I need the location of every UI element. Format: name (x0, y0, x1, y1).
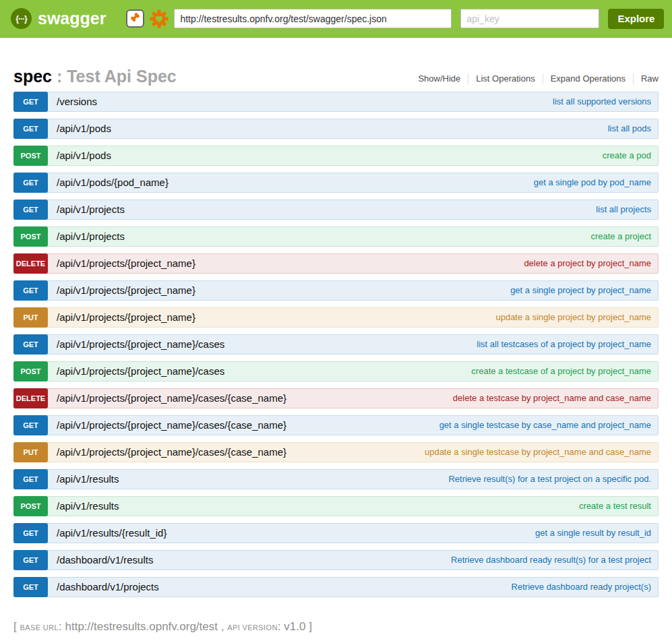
endpoint-summary[interactable]: delete a testcase by project_name and ca… (453, 393, 658, 403)
menu-item-show-hide[interactable]: Show/Hide (410, 73, 468, 84)
gear-heart-icon (149, 9, 169, 29)
endpoint-path[interactable]: /api/v1/projects/{project_name} (57, 284, 195, 296)
header-bar: {···} swagger (0, 0, 672, 38)
swagger-logo-icon: {···} (11, 8, 32, 29)
menu-item-expand-operations[interactable]: Expand Operations (543, 73, 634, 84)
endpoint-summary[interactable]: update a single testcase by project_name… (425, 447, 658, 457)
endpoint-summary[interactable]: get a single result by result_id (535, 528, 658, 538)
spec-url-input[interactable] (174, 9, 452, 28)
footer-base-url-value: http://testresults.opnfv.org/test (65, 620, 218, 633)
method-badge: PUT (13, 442, 48, 462)
footer-colon2: : (278, 620, 284, 633)
endpoint-summary[interactable]: update a single project by project_name (495, 312, 658, 322)
method-badge: GET (13, 200, 48, 220)
endpoint-path[interactable]: /api/v1/projects/{project_name} (57, 257, 195, 269)
swagger-logo[interactable]: {···} swagger (11, 8, 106, 29)
endpoint-path[interactable]: /api/v1/results/{result_id} (57, 527, 166, 539)
api-key-input[interactable] (460, 9, 599, 28)
method-badge: POST (13, 361, 48, 381)
endpoint-path[interactable]: /api/v1/projects/{project_name}/cases/{c… (57, 446, 286, 458)
endpoint-path[interactable]: /api/v1/projects/{project_name} (57, 311, 195, 323)
endpoint-path[interactable]: /dashboard/v1/results (57, 554, 153, 566)
method-badge: GET (13, 469, 48, 489)
page-title: spec : Test Api Spec (13, 67, 177, 86)
endpoint-row[interactable]: GET /dashboard/v1/projects Retrieve dash… (13, 577, 659, 597)
endpoint-row[interactable]: POST /api/v1/projects create a project (13, 226, 659, 247)
endpoint-row[interactable]: GET /api/v1/results/{result_id} get a si… (13, 523, 659, 543)
page-head: spec : Test Api Spec Show/HideList Opera… (13, 67, 659, 86)
base-url-footer: [ base url: http://testresults.opnfv.org… (0, 620, 672, 634)
endpoint-row[interactable]: POST /api/v1/projects/{project_name}/cas… (13, 361, 659, 381)
endpoint-path[interactable]: /api/v1/pods (57, 123, 111, 134)
method-badge: POST (13, 496, 48, 516)
bone-icon (129, 11, 142, 26)
method-badge: PUT (13, 307, 48, 328)
method-badge: GET (13, 523, 48, 543)
endpoint-summary[interactable]: get a single testcase by case_name and p… (439, 420, 658, 430)
footer-api-version-label: api version (227, 623, 278, 632)
endpoint-path[interactable]: /dashboard/v1/projects (57, 581, 159, 592)
endpoint-summary[interactable]: create a pod (603, 150, 658, 160)
method-badge: GET (13, 173, 48, 193)
method-badge: GET (13, 334, 48, 355)
endpoint-row[interactable]: POST /api/v1/pods create a pod (13, 146, 659, 166)
endpoint-summary[interactable]: get a single pod by pod_name (534, 177, 658, 187)
brand-name: swagger (38, 9, 106, 28)
endpoint-path[interactable]: /api/v1/projects/{project_name}/cases/{c… (57, 392, 286, 404)
endpoint-summary[interactable]: list all projects (596, 204, 658, 214)
endpoint-row[interactable]: PUT /api/v1/projects/{project_name}/case… (13, 442, 659, 462)
menu-item-list-operations[interactable]: List Operations (468, 73, 543, 84)
endpoint-summary[interactable]: create a testcase of a project by projec… (471, 366, 658, 376)
endpoint-row[interactable]: DELETE /api/v1/projects/{project_name} d… (13, 253, 659, 274)
endpoint-path[interactable]: /api/v1/pods/{pod_name} (57, 177, 169, 188)
endpoint-summary[interactable]: get a single project by project_name (510, 285, 658, 295)
endpoint-row[interactable]: GET /api/v1/projects/{project_name} get … (13, 280, 659, 301)
menu-item-raw[interactable]: Raw (634, 73, 659, 84)
endpoint-summary[interactable]: list all testcases of a project by proje… (477, 339, 658, 349)
endpoint-row[interactable]: GET /api/v1/projects/{project_name}/case… (13, 415, 659, 435)
endpoint-path[interactable]: /versions (57, 96, 97, 107)
endpoint-summary[interactable]: Retrieve dashboard ready result(s) for a… (451, 555, 658, 565)
method-badge: GET (13, 550, 48, 570)
endpoint-summary[interactable]: Retrieve dashboard ready project(s) (512, 582, 658, 592)
endpoint-path[interactable]: /api/v1/projects/{project_name}/cases/{c… (57, 419, 286, 431)
endpoint-row[interactable]: GET /api/v1/projects/{project_name}/case… (13, 334, 659, 355)
endpoint-row[interactable]: GET /api/v1/pods list all pods (13, 119, 659, 139)
footer-colon1: : (59, 620, 65, 633)
endpoint-row[interactable]: GET /versions list all supported version… (13, 92, 659, 112)
endpoint-list: GET /versions list all supported version… (13, 92, 659, 597)
logo-glyph: {···} (16, 14, 26, 24)
footer-comma: , (218, 620, 227, 633)
bone-icon-button[interactable] (126, 9, 144, 28)
endpoint-row[interactable]: GET /api/v1/pods/{pod_name} get a single… (13, 173, 659, 193)
endpoint-path[interactable]: /api/v1/results (57, 473, 119, 485)
endpoint-summary[interactable]: delete a project by project_name (524, 258, 658, 268)
endpoint-summary[interactable]: list all supported versions (553, 96, 658, 106)
endpoint-path[interactable]: /api/v1/pods (57, 150, 111, 161)
endpoint-path[interactable]: /api/v1/projects/{project_name}/cases (57, 365, 224, 377)
page-title-resource: spec (13, 67, 52, 86)
endpoint-row[interactable]: POST /api/v1/results create a test resul… (13, 496, 659, 516)
endpoint-row[interactable]: GET /dashboard/v1/results Retrieve dashb… (13, 550, 659, 570)
endpoint-summary[interactable]: create a project (590, 231, 658, 241)
endpoint-summary[interactable]: create a test result (579, 501, 658, 511)
method-badge: DELETE (13, 388, 48, 408)
endpoint-path[interactable]: /api/v1/projects/{project_name}/cases (57, 338, 224, 350)
endpoint-summary[interactable]: list all pods (608, 123, 658, 133)
explore-button[interactable]: Explore (608, 9, 664, 29)
endpoint-summary[interactable]: Retrieve result(s) for a test project on… (448, 474, 658, 484)
footer-api-version-value: v1.0 (284, 620, 305, 633)
endpoint-row[interactable]: GET /api/v1/results Retrieve result(s) f… (13, 469, 659, 489)
method-badge: GET (13, 92, 48, 112)
endpoint-path[interactable]: /api/v1/projects (57, 231, 125, 242)
endpoint-path[interactable]: /api/v1/results (57, 500, 119, 512)
page-title-colon: : (52, 67, 67, 86)
endpoint-row[interactable]: GET /api/v1/projects list all projects (13, 200, 659, 220)
method-badge: GET (13, 119, 48, 139)
endpoint-row[interactable]: DELETE /api/v1/projects/{project_name}/c… (13, 388, 659, 408)
endpoint-path[interactable]: /api/v1/projects (57, 204, 125, 215)
method-badge: GET (13, 280, 48, 301)
method-badge: POST (13, 226, 48, 247)
endpoint-row[interactable]: PUT /api/v1/projects/{project_name} upda… (13, 307, 659, 328)
footer-base-url-label: base url (20, 623, 59, 632)
